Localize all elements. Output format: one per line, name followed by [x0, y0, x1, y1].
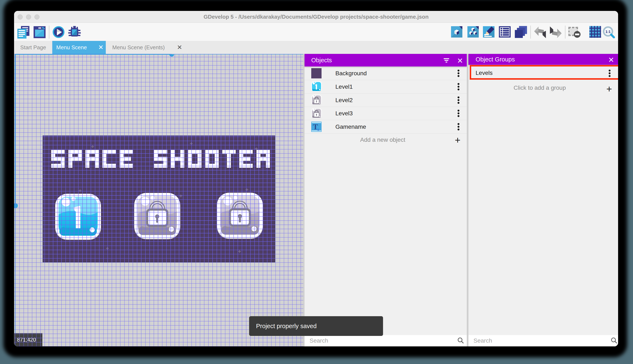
svg-text:1:1: 1:1 [605, 30, 611, 34]
svg-text:x: x [317, 127, 319, 132]
